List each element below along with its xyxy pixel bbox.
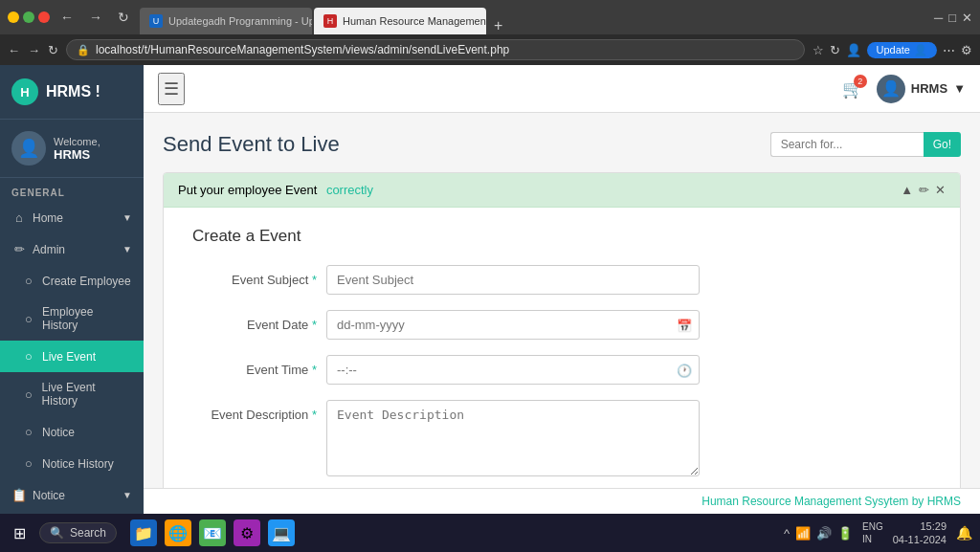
- admin-chevron-icon: ▼: [122, 244, 132, 254]
- create-employee-icon: ○: [21, 274, 36, 288]
- tab1-favicon: U: [149, 14, 163, 28]
- minimize-window-icon[interactable]: ─: [934, 11, 943, 25]
- event-subject-input[interactable]: [326, 265, 700, 295]
- update-button[interactable]: Update 👤: [867, 42, 937, 58]
- sidebar-item-employee-history-label: Employee History: [42, 305, 132, 332]
- minimize-dot[interactable]: [8, 11, 19, 23]
- browser-settings-icon[interactable]: ⚙: [961, 43, 972, 57]
- panel-banner: Put your employee Event correctly ▲ ✏ ✕: [164, 173, 960, 208]
- sidebar-item-notice-section-label: Notice: [33, 489, 65, 502]
- sidebar-item-notice-section[interactable]: 📋 Notice ▼: [0, 479, 144, 511]
- event-time-label-text: Event Time: [246, 363, 308, 377]
- search-input[interactable]: [770, 132, 924, 157]
- sidebar-item-notice-history[interactable]: ○ Notice History: [0, 448, 144, 479]
- form-row-event-time: Event Time * 🕐: [192, 355, 931, 385]
- sidebar-welcome: Welcome,: [54, 136, 100, 147]
- user-menu-button[interactable]: 👤 HRMS ▼: [877, 75, 966, 103]
- page-header: Send Event to Live Go!: [163, 132, 961, 157]
- sidebar-user-section: 👤 Welcome, HRMS: [0, 120, 144, 178]
- forward-button[interactable]: →: [84, 8, 107, 27]
- browser-actions: ─ □ ✕: [934, 11, 972, 25]
- form-panel: Put your employee Event correctly ▲ ✏ ✕ …: [163, 172, 961, 488]
- browser-chrome: ← → ↻ U Updategadh Programming - Upc... …: [0, 0, 980, 34]
- menu-dots-icon[interactable]: ⋯: [943, 43, 955, 57]
- event-date-input[interactable]: [326, 310, 700, 340]
- reload-icon[interactable]: ↻: [830, 43, 840, 57]
- refresh-button[interactable]: ↻: [113, 8, 134, 27]
- event-desc-textarea[interactable]: [326, 400, 700, 476]
- tab2-favicon: H: [323, 14, 337, 28]
- panel-banner-suffix: correctly: [326, 183, 373, 197]
- event-subject-label: Event Subject *: [192, 265, 317, 287]
- home-icon: ⌂: [11, 210, 27, 225]
- url-bar[interactable]: 🔒 localhost/t/HumanResourceManagementSys…: [66, 39, 805, 60]
- sidebar-item-live-event-history[interactable]: ○ Live Event History: [0, 372, 144, 416]
- cart-icon-wrap[interactable]: 🛒 2: [842, 78, 863, 99]
- notice-history-icon: ○: [21, 456, 36, 471]
- panel-up-button[interactable]: ▲: [901, 183, 913, 197]
- sidebar-logo: H: [11, 78, 38, 105]
- sidebar-brand-text: HRMS !: [46, 83, 100, 100]
- sidebar-username: HRMS: [54, 147, 100, 162]
- sidebar-brand: H HRMS !: [0, 65, 144, 120]
- top-navbar: ☰ 🛒 2 👤 HRMS ▼: [144, 65, 980, 113]
- event-date-label-text: Event Date: [247, 318, 308, 332]
- page-title: Send Event to Live: [163, 132, 340, 157]
- main-content: ☰ 🛒 2 👤 HRMS ▼ Send Event to Live: [144, 65, 980, 514]
- sidebar-item-notice[interactable]: ○ Notice: [0, 416, 144, 448]
- event-subject-label-text: Event Subject: [232, 273, 308, 287]
- browser-tab-1[interactable]: U Updategadh Programming - Upc... ✕: [140, 8, 312, 34]
- app-container: H HRMS ! 👤 Welcome, HRMS GENERAL ⌂ Home …: [0, 65, 980, 514]
- panel-banner-text: Put your employee Event correctly: [178, 183, 373, 197]
- event-desc-required: *: [312, 408, 317, 422]
- user-menu-avatar: 👤: [877, 75, 905, 103]
- panel-banner-main-text: Put your employee Event: [178, 183, 317, 197]
- search-button[interactable]: Go!: [924, 132, 961, 157]
- hamburger-button[interactable]: ☰: [158, 73, 185, 105]
- event-time-label: Event Time *: [192, 355, 317, 377]
- sidebar-item-notice-label: Notice: [42, 426, 75, 439]
- browser-tab-2[interactable]: H Human Resource Management S... ✕: [314, 8, 486, 34]
- person-icon[interactable]: 👤: [846, 43, 861, 57]
- add-tab-button[interactable]: +: [488, 17, 508, 34]
- sidebar-avatar: 👤: [11, 131, 46, 166]
- sidebar-item-live-event-label: Live Event: [42, 350, 96, 364]
- event-time-input[interactable]: [326, 355, 700, 385]
- address-bar: ← → ↻ 🔒 localhost/t/HumanResourceManagem…: [0, 34, 980, 65]
- admin-icon: ✏: [11, 242, 27, 256]
- footer: Human Resource Management Sysytem by HRM…: [144, 488, 980, 514]
- panel-body: Create a Event Event Subject * Event Dat…: [164, 208, 960, 488]
- sidebar-user-info: Welcome, HRMS: [54, 136, 100, 162]
- address-right-actions: ☆ ↻ 👤 Update 👤 ⋯ ⚙: [813, 42, 972, 58]
- browser-tabs: U Updategadh Programming - Upc... ✕ H Hu…: [140, 0, 928, 34]
- back-nav-icon[interactable]: ←: [8, 43, 20, 57]
- notice-sub-icon: ○: [21, 425, 36, 439]
- event-desc-label: Event Description *: [192, 400, 317, 422]
- close-window-icon[interactable]: ✕: [962, 11, 972, 25]
- event-subject-required: *: [312, 273, 317, 287]
- close-dot[interactable]: [38, 11, 50, 23]
- form-row-event-desc: Event Description *: [192, 400, 931, 476]
- notice-chevron-icon: ▼: [122, 490, 132, 500]
- lock-icon: 🔒: [77, 44, 90, 56]
- sidebar-item-create-employee[interactable]: ○ Create Employee: [0, 265, 144, 297]
- star-icon[interactable]: ☆: [813, 43, 824, 57]
- event-desc-label-text: Event Description: [211, 408, 308, 422]
- sidebar-item-home[interactable]: ⌂ Home ▼: [0, 202, 144, 233]
- live-event-history-icon: ○: [21, 387, 36, 402]
- panel-close-button[interactable]: ✕: [935, 183, 946, 197]
- sidebar-item-home-label: Home: [33, 211, 63, 225]
- sidebar-item-live-event[interactable]: ○ Live Event: [0, 341, 144, 372]
- forward-nav-icon[interactable]: →: [28, 43, 40, 57]
- sidebar-item-employee-history[interactable]: ○ Employee History: [0, 297, 144, 341]
- event-date-label: Event Date *: [192, 310, 317, 332]
- maximize-dot[interactable]: [23, 11, 34, 23]
- clock-icon: 🕐: [677, 363, 692, 377]
- sidebar-item-admin-label: Admin: [33, 243, 65, 256]
- form-row-event-subject: Event Subject *: [192, 265, 931, 295]
- panel-pencil-button[interactable]: ✏: [919, 183, 929, 197]
- sidebar-item-admin[interactable]: ✏ Admin ▼: [0, 233, 144, 265]
- back-button[interactable]: ←: [56, 8, 78, 27]
- maximize-window-icon[interactable]: □: [948, 11, 956, 25]
- refresh-nav-icon[interactable]: ↻: [48, 43, 58, 57]
